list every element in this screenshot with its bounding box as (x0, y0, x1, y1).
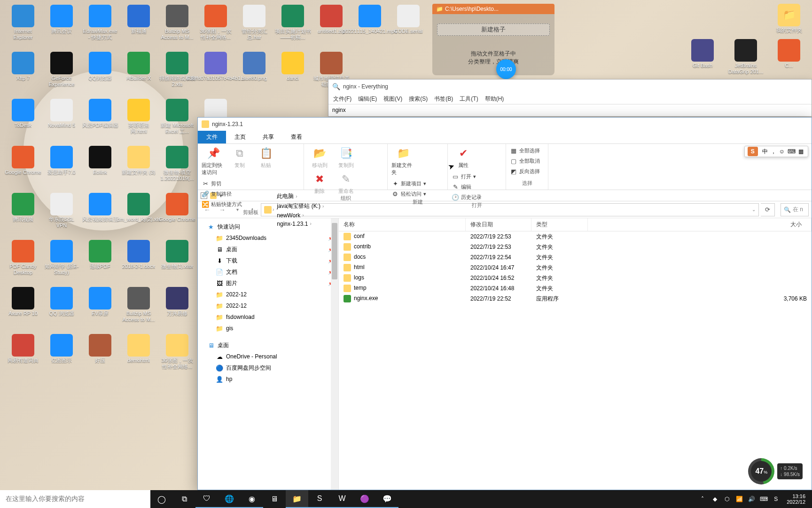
desktop-icon[interactable]: 知网研学 (原E-Study) (42, 239, 81, 286)
desktop-icon[interactable]: 得胜南路成果表2.xls (158, 51, 196, 98)
desktop-icon[interactable]: 36张图，一次性补全网络... (158, 333, 196, 380)
desktop-icon[interactable]: 638ffd07a31057c4b4b1... (196, 51, 235, 98)
desktop-icon[interactable]: ToDesk (4, 98, 42, 145)
desktop-icon[interactable]: Internet Explorer (4, 4, 42, 51)
moveto-button[interactable]: 📂移动到 (308, 146, 331, 169)
copyto-button[interactable]: 📑复制到 (334, 146, 358, 169)
breadcrumb-bar[interactable]: › 此电脑 ›java淘宝驿站 (K:) ›newWork ›nginx-1.2… (261, 203, 759, 216)
desktop-icon[interactable]: HBuilder X (119, 51, 158, 98)
everything-menubar[interactable]: 文件(F)编辑(E)视图(V)搜索(S)书签(B)工具(T)帮助(H) (328, 94, 812, 104)
everything-titlebar[interactable]: 🔍 nginx - Everything (328, 79, 812, 94)
desktop-icon[interactable]: GeForce Experience (42, 51, 81, 98)
desktop-icon[interactable]: 风云PDF编辑器 (81, 98, 119, 145)
chevron-right-icon[interactable]: › (322, 204, 324, 209)
desktop-icon[interactable]: 英语语法网.html (119, 98, 158, 145)
pin-to-quick-button[interactable]: 📌固定到快速访问 (202, 146, 225, 176)
sidebar-item[interactable]: ☁OneDrive - Personal (198, 351, 338, 362)
sidebar-item[interactable]: 📁2022-12 (198, 300, 338, 311)
desktop-icon[interactable]: CODE.serial (389, 4, 428, 51)
col-type[interactable]: 类型 (531, 218, 588, 231)
cortana-button[interactable]: ◯ (150, 490, 173, 508)
new-folder-button[interactable]: 📁新建文件夹 (391, 146, 415, 176)
paste-button[interactable]: 📋粘贴 (254, 146, 278, 169)
ribbon-tab[interactable]: 文件 (198, 131, 226, 143)
easy-access-button[interactable]: ⚙轻松访问 ▾ (391, 189, 426, 198)
sidebar-desktop[interactable]: 🖥桌面 (198, 340, 338, 351)
col-date[interactable]: 修改日期 (466, 218, 531, 231)
desktop-icon[interactable]: 万兴易修 (158, 286, 196, 333)
sidebar-item[interactable]: 👤hp (198, 373, 338, 385)
desktop-icon[interactable]: 项目实施计划书——初稿... (273, 4, 312, 51)
desktop-icon[interactable]: Bullzip MS Access to M... (119, 286, 158, 333)
desktop-icon[interactable]: 微生物-填空1.20221019(... (158, 145, 196, 192)
sidebar-item[interactable]: ⬇下载📌 (198, 255, 338, 266)
desktop-icon[interactable]: 36张图，一次性补全网络... (196, 4, 235, 51)
explorer-search-input[interactable]: 🔍 在 n (781, 203, 809, 216)
taskbar[interactable]: 在这里输入你要搜索的内容 ◯ ⧉ 🛡 🌐 ◉ 🖥 📁 S W 🟣 💬 ˄ ◆ ⬡… (0, 490, 812, 508)
tray-icon[interactable]: S (772, 495, 780, 503)
desktop-icon[interactable]: 新建文件夹 (3) (119, 145, 158, 192)
desktop-icon[interactable]: 2018-2-1.docx (119, 239, 158, 286)
desktop-icon[interactable]: demohtml (119, 333, 158, 380)
ribbon-tab[interactable]: 主页 (226, 131, 254, 143)
explorer-ribbon-tabs[interactable]: 文件主页共享查看 (198, 131, 812, 144)
tray-ime-icon[interactable]: ⌨ (759, 495, 768, 503)
desktop-icon[interactable]: JetBrains DataGrip 201... (726, 39, 765, 75)
taskbar-search-input[interactable]: 在这里输入你要搜索的内容 (0, 490, 150, 508)
ribbon-tab[interactable]: 共享 (254, 131, 282, 143)
taskbar-app[interactable]: 🛡 (195, 490, 218, 508)
taskbar-app[interactable]: S (308, 490, 331, 508)
history-button[interactable]: 🕑历史记录 (452, 192, 482, 202)
rename-button[interactable]: ✎重命名 (334, 172, 358, 195)
desktop-icon[interactable]: QQ浏览器 (81, 51, 119, 98)
cpu-ring[interactable]: 47% (748, 458, 774, 484)
sidebar-item[interactable]: 🖼图片📌 (198, 278, 338, 289)
menu-item[interactable]: 视图(V) (383, 95, 402, 103)
desktop-icon[interactable]: 新建 Microsoft Excel 工... (158, 98, 196, 145)
ime-toolbar[interactable]: S 中，☺⌨▦ (744, 146, 808, 157)
file-row[interactable]: html2022/10/24 16:47文件夹 (339, 262, 812, 273)
explorer-window[interactable]: nginx-1.23.1 文件主页共享查看 📌固定到快速访问 ⧉复制 📋粘贴 ✂… (197, 117, 812, 490)
desktop-icon[interactable]: EV录屏 (81, 286, 119, 333)
ime-logo-icon[interactable]: S (748, 147, 758, 156)
file-row[interactable]: docs2022/7/19 22:54文件夹 (339, 252, 812, 262)
file-list-header[interactable]: 名称 修改日期 类型 大小 (339, 218, 812, 231)
tray-icon[interactable]: ⬡ (723, 495, 731, 503)
desktop-icon[interactable]: danci (273, 51, 312, 98)
menu-item[interactable]: 搜索(S) (409, 95, 428, 103)
tray-volume-icon[interactable]: 🔊 (747, 495, 756, 503)
desktop-icon[interactable]: Axure RP 10 (4, 286, 42, 333)
desktop-icon[interactable]: NovaMind 5 (42, 98, 81, 145)
sidebar-item[interactable]: 📁fsdownload (198, 311, 338, 323)
taskbar-app[interactable]: 🟣 (353, 490, 376, 508)
tray-icon[interactable]: 📶 (735, 495, 743, 503)
file-row[interactable]: contrib2022/7/19 22:53文件夹 (339, 242, 812, 252)
copy-button[interactable]: ⧉复制 (228, 146, 251, 169)
taskbar-app[interactable]: 🌐 (218, 490, 241, 508)
desktop-icon[interactable]: 华东院SSL VPN (42, 192, 81, 239)
desktop-icon[interactable]: 📁我的文件夹 (770, 4, 808, 33)
desktop-icon[interactable]: untitled1.zip (312, 4, 351, 51)
menu-item[interactable]: 帮助(H) (485, 95, 504, 103)
desktop-icon[interactable]: 风云视频剪辑王 (81, 192, 119, 239)
copy-path-button[interactable]: 🔗复制路径 (202, 189, 242, 198)
desktop-icon[interactable]: Git Bash (683, 39, 722, 75)
ime-button[interactable]: ⌨ (788, 148, 796, 155)
taskbar-chrome[interactable]: ◉ (241, 490, 263, 508)
ime-button[interactable]: ☺ (779, 148, 785, 155)
performance-widget[interactable]: 47% ↑ 0.2K/s↓ 98.5K/s (748, 458, 803, 484)
desktop-icon[interactable]: PDF Candy Desktop (4, 239, 42, 286)
desktop-icon[interactable]: 爱思助手7.0 (42, 145, 81, 192)
ribbon-tab[interactable]: 查看 (282, 131, 311, 143)
desktop-icon[interactable]: EdrawMax.exe - 快捷方式 (81, 4, 119, 51)
desktop-icon[interactable]: QQ 浏览器 (42, 286, 81, 333)
desktop-icon[interactable]: 好压 (81, 333, 119, 380)
organizer-new-grid[interactable]: 新建格子 (437, 24, 550, 36)
ime-button[interactable]: 中 (762, 148, 768, 155)
taskbar-clock[interactable]: 13:162022/12 (784, 493, 808, 505)
menu-item[interactable]: 工具(T) (460, 95, 478, 103)
desktop-icon[interactable]: 新福通 (119, 4, 158, 51)
ime-button[interactable]: ▦ (798, 148, 804, 155)
explorer-titlebar[interactable]: nginx-1.23.1 (198, 118, 812, 131)
desktop-icon[interactable]: 亿图图示 (42, 333, 81, 380)
